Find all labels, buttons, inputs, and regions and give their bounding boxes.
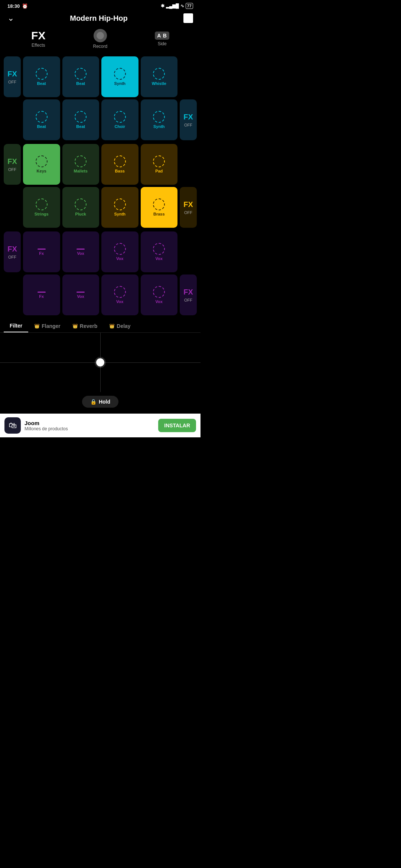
pad-synth-2[interactable]: Synth — [141, 99, 178, 140]
status-time: 18:30 — [7, 3, 20, 9]
blue-row-1: FX OFF Beat Beat Synth Whistle — [4, 56, 197, 97]
pad-circle — [153, 198, 165, 210]
green-row-1: FX OFF Keys Mallets Bass Pad — [4, 144, 197, 185]
pad-circle — [114, 286, 126, 298]
tab-reverb[interactable]: 👑 Reverb — [66, 319, 103, 332]
top-controls: FX Effects Record A B Side — [0, 29, 200, 56]
pad-pad[interactable]: Pad — [141, 144, 178, 185]
pad-fx-2[interactable]: Fx — [23, 274, 60, 315]
record-label: Record — [93, 44, 108, 49]
pad-bass[interactable]: Bass — [101, 144, 138, 185]
purple-row-1: FX OFF Fx Vox Vox Vox — [4, 231, 197, 272]
pad-dash — [38, 292, 46, 293]
hold-area: 🔒 Hold — [0, 392, 200, 414]
fx-effects-button[interactable]: FX Effects — [31, 30, 45, 48]
pad-circle — [75, 111, 87, 123]
filter-area[interactable] — [0, 333, 200, 392]
pad-circle — [153, 243, 165, 255]
delay-label: Delay — [117, 323, 130, 329]
pad-synth-gold[interactable]: Synth — [101, 187, 138, 228]
signal-icon: ▂▄▆█ — [166, 3, 179, 9]
blue-fx-side-top[interactable]: FX OFF — [4, 56, 21, 97]
pad-circle — [36, 111, 48, 123]
back-button[interactable]: ⌄ — [7, 13, 14, 23]
ad-title: Joom — [25, 420, 154, 426]
pad-vox-6[interactable]: Vox — [141, 274, 178, 315]
battery-indicator: 77 — [186, 3, 193, 9]
flanger-label: Flanger — [42, 323, 61, 329]
green-fx-side-top[interactable]: FX OFF — [4, 144, 21, 185]
hold-button[interactable]: 🔒 Hold — [82, 396, 118, 408]
filter-label: Filter — [10, 323, 22, 329]
pad-fx-1[interactable]: Fx — [23, 231, 60, 272]
ad-install-button[interactable]: INSTALAR — [158, 419, 196, 432]
blue-pads-row2: Beat Beat Choir Synth — [23, 99, 177, 140]
pad-vox-5[interactable]: Vox — [101, 274, 138, 315]
crown-icon: 👑 — [34, 323, 40, 329]
ab-side-button[interactable]: A B Side — [155, 32, 169, 46]
ad-text: Joom Millones de productos — [25, 420, 154, 431]
pad-circle — [153, 111, 165, 123]
pad-circle — [36, 198, 48, 210]
pad-circle — [114, 198, 126, 210]
pad-circle — [114, 155, 126, 167]
pad-choir[interactable]: Choir — [101, 99, 138, 140]
tab-delay[interactable]: 👑 Delay — [103, 319, 136, 332]
ad-icon: 🛍 — [4, 417, 21, 434]
pad-brass[interactable]: Brass — [141, 187, 178, 228]
record-inner — [97, 32, 104, 39]
pad-circle — [75, 155, 87, 167]
blue-section: FX OFF Beat Beat Synth Whistle — [0, 56, 200, 140]
pad-dash — [76, 292, 85, 293]
pad-beat-3[interactable]: Beat — [23, 99, 60, 140]
crown-icon: 👑 — [72, 323, 78, 329]
pad-pluck[interactable]: Pluck — [62, 187, 100, 228]
blue-pads-row1: Beat Beat Synth Whistle — [23, 56, 177, 97]
pad-beat-4[interactable]: Beat — [62, 99, 100, 140]
bluetooth-icon: ✱ — [161, 3, 164, 9]
pad-dash — [76, 249, 85, 250]
green-fx-side-right-bottom[interactable]: FX OFF — [180, 187, 197, 228]
pad-whistle[interactable]: Whistle — [141, 56, 178, 97]
blue-fx-side-right-bottom[interactable]: FX OFF — [180, 99, 197, 140]
purple-fx-side-top[interactable]: FX OFF — [4, 231, 21, 272]
pad-vox-2[interactable]: Vox — [101, 231, 138, 272]
green-pads-row1: Keys Mallets Bass Pad — [23, 144, 177, 185]
record-circle — [94, 29, 107, 42]
wifi-icon: ∿ — [180, 3, 184, 9]
filter-knob[interactable] — [96, 358, 104, 366]
header: ⌄ Modern Hip-Hop — [0, 10, 200, 29]
pad-dash — [38, 249, 46, 250]
pad-synth-1[interactable]: Synth — [101, 56, 138, 97]
pad-vox-4[interactable]: Vox — [62, 274, 100, 315]
tab-flanger[interactable]: 👑 Flanger — [28, 319, 66, 332]
pad-strings[interactable]: Strings — [23, 187, 60, 228]
pad-keys[interactable]: Keys — [23, 144, 60, 185]
ad-banner: 🛍 Joom Millones de productos INSTALAR — [0, 414, 200, 437]
blue-row-2: Beat Beat Choir Synth FX OFF — [4, 99, 197, 140]
pad-beat-2[interactable]: Beat — [62, 56, 100, 97]
pad-circle — [36, 68, 48, 80]
pad-vox-1[interactable]: Vox — [62, 231, 100, 272]
hold-label: Hold — [99, 399, 110, 405]
stop-button[interactable] — [183, 13, 193, 23]
pad-circle — [114, 68, 126, 80]
pad-mallets[interactable]: Mallets — [62, 144, 100, 185]
status-bar: 18:30 ⏰ ✱ ▂▄▆█ ∿ 77 — [0, 0, 200, 10]
pad-circle — [114, 111, 126, 123]
purple-fx-side-right-bottom[interactable]: FX OFF — [180, 274, 197, 315]
pad-beat-1[interactable]: Beat — [23, 56, 60, 97]
effects-tabs: Filter 👑 Flanger 👑 Reverb 👑 Delay — [0, 319, 200, 333]
pad-circle — [153, 286, 165, 298]
green-row-2: Strings Pluck Synth Brass FX OFF — [4, 187, 197, 228]
fx-label: FX — [31, 30, 45, 41]
pad-circle — [153, 68, 165, 80]
purple-pads-row2: Fx Vox Vox Vox — [23, 274, 177, 315]
purple-row-2: Fx Vox Vox Vox FX OFF — [4, 274, 197, 315]
pad-circle — [75, 198, 87, 210]
pad-vox-3[interactable]: Vox — [141, 231, 178, 272]
record-button[interactable]: Record — [93, 29, 108, 49]
pad-circle — [75, 68, 87, 80]
tab-filter[interactable]: Filter — [4, 319, 28, 332]
reverb-label: Reverb — [80, 323, 97, 329]
